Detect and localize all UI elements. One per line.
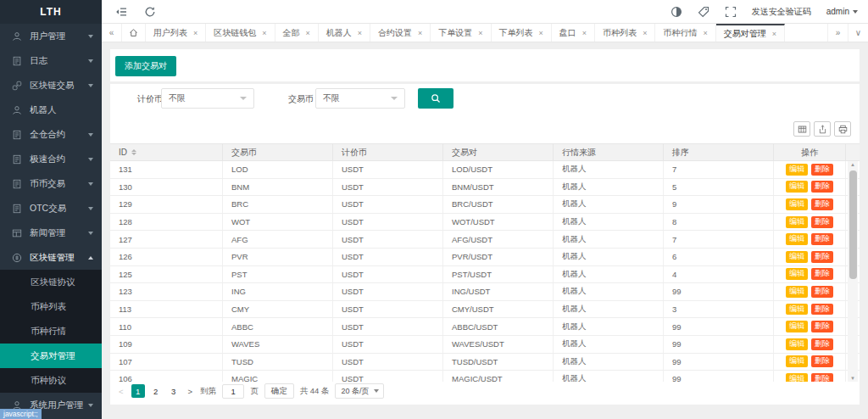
delete-button[interactable]: 删除 bbox=[811, 286, 833, 298]
tab-contract-settings[interactable]: 合约设置× bbox=[370, 24, 431, 42]
tab-coin-quotes[interactable]: 币种行情× bbox=[655, 24, 715, 42]
cell-base: BRC bbox=[223, 196, 333, 213]
sidebar-item-logs[interactable]: 日志 bbox=[0, 48, 102, 73]
sidebar-item-otc-trade[interactable]: OTC交易 bbox=[0, 196, 102, 221]
edit-button[interactable]: 编辑 bbox=[786, 286, 808, 298]
tabs-scroll-left-icon[interactable]: « bbox=[102, 24, 122, 42]
tab-all[interactable]: 全部× bbox=[275, 24, 319, 42]
base-coin-select[interactable]: 不限 bbox=[315, 88, 405, 109]
prev-page-button[interactable]: < bbox=[117, 387, 125, 396]
print-button[interactable] bbox=[834, 121, 851, 137]
sort-icon[interactable] bbox=[131, 149, 136, 156]
send-security-code-button[interactable]: 发送安全验证码 bbox=[752, 6, 811, 18]
confirm-page-button[interactable]: 确定 bbox=[264, 383, 294, 399]
sidebar-item-fast-contract[interactable]: 极速合约 bbox=[0, 147, 102, 171]
sidebar-item-coin-protocol[interactable]: 币种协议 bbox=[0, 368, 102, 393]
tab-coin-list[interactable]: 币种列表× bbox=[595, 24, 655, 42]
tab-blockchain-wallet[interactable]: 区块链钱包× bbox=[206, 24, 275, 42]
tabs-scroll-right-icon[interactable]: » bbox=[827, 24, 848, 42]
scroll-up-icon[interactable]: ▲ bbox=[848, 162, 858, 167]
close-tab-icon[interactable]: × bbox=[262, 29, 266, 37]
sidebar-item-users[interactable]: 用户管理 bbox=[0, 24, 102, 48]
add-trading-pair-button[interactable]: 添加交易对 bbox=[115, 56, 176, 76]
sidebar-item-coin-list[interactable]: 币种列表 bbox=[0, 294, 102, 319]
edit-button[interactable]: 编辑 bbox=[786, 164, 808, 176]
tab-trading-pairs[interactable]: 交易对管理× bbox=[716, 24, 785, 42]
table-scrollbar[interactable]: ▲ ▼ bbox=[848, 161, 858, 382]
scrollbar-thumb[interactable] bbox=[849, 170, 857, 279]
filter-columns-button[interactable] bbox=[793, 121, 810, 137]
sidebar-item-blockchain-protocol[interactable]: 区块链协议 bbox=[0, 270, 102, 294]
sidebar-item-blockchain-manage[interactable]: 区块链管理 bbox=[0, 245, 102, 270]
sidebar-item-trading-pairs[interactable]: 交易对管理 bbox=[0, 344, 102, 368]
edit-button[interactable]: 编辑 bbox=[786, 181, 808, 193]
close-tab-icon[interactable]: × bbox=[478, 29, 482, 37]
tab-depth[interactable]: 盘口× bbox=[552, 24, 595, 42]
page-button-3[interactable]: 3 bbox=[167, 384, 181, 398]
close-tab-icon[interactable]: × bbox=[582, 29, 587, 37]
delete-button[interactable]: 删除 bbox=[811, 181, 833, 193]
delete-button[interactable]: 删除 bbox=[811, 233, 833, 245]
delete-button[interactable]: 删除 bbox=[811, 373, 833, 382]
theme-icon[interactable] bbox=[670, 6, 682, 18]
delete-button[interactable]: 删除 bbox=[811, 338, 833, 350]
page-button-1[interactable]: 1 bbox=[131, 384, 145, 398]
delete-button[interactable]: 删除 bbox=[811, 216, 833, 228]
delete-button[interactable]: 删除 bbox=[811, 321, 833, 332]
close-tab-icon[interactable]: × bbox=[418, 29, 422, 37]
close-tab-icon[interactable]: × bbox=[539, 29, 543, 37]
fullscreen-icon[interactable] bbox=[725, 6, 737, 18]
delete-button[interactable]: 删除 bbox=[811, 198, 833, 210]
page-button-2[interactable]: 2 bbox=[149, 384, 163, 398]
tab-order-settings[interactable]: 下单设置× bbox=[431, 24, 491, 42]
collapse-sidebar-icon[interactable] bbox=[115, 6, 127, 18]
edit-button[interactable]: 编辑 bbox=[786, 268, 808, 280]
refresh-icon[interactable] bbox=[144, 6, 156, 18]
user-menu[interactable]: admin bbox=[826, 7, 858, 16]
scroll-down-icon[interactable]: ▼ bbox=[848, 376, 858, 381]
delete-button[interactable]: 删除 bbox=[811, 355, 833, 367]
delete-button[interactable]: 删除 bbox=[811, 304, 833, 316]
sidebar-item-coin-trade[interactable]: 币币交易 bbox=[0, 171, 102, 196]
sidebar-item-coin-quotes[interactable]: 币种行情 bbox=[0, 319, 102, 344]
close-tab-icon[interactable]: × bbox=[306, 29, 310, 37]
sidebar-item-robot[interactable]: 机器人 bbox=[0, 98, 102, 122]
delete-button[interactable]: 删除 bbox=[811, 164, 833, 176]
quote-coin-select[interactable]: 不限 bbox=[161, 88, 254, 109]
close-tab-icon[interactable]: × bbox=[193, 29, 198, 37]
edit-button[interactable]: 编辑 bbox=[786, 198, 808, 210]
tab-order-list[interactable]: 下单列表× bbox=[492, 24, 552, 42]
sidebar-item-news[interactable]: 新闻管理 bbox=[0, 221, 102, 245]
edit-button[interactable]: 编辑 bbox=[786, 304, 808, 316]
export-button[interactable] bbox=[814, 121, 831, 137]
cell-quote: USDT bbox=[333, 354, 443, 371]
sort-desc-icon[interactable] bbox=[131, 153, 136, 155]
edit-button[interactable]: 编辑 bbox=[786, 373, 808, 382]
per-page-select[interactable]: 20 条/页 bbox=[335, 383, 383, 399]
tag-icon[interactable] bbox=[698, 6, 709, 18]
home-tab[interactable] bbox=[122, 24, 146, 42]
close-tab-icon[interactable]: × bbox=[643, 29, 647, 37]
delete-button[interactable]: 删除 bbox=[811, 251, 833, 263]
next-page-button[interactable]: > bbox=[186, 387, 195, 396]
edit-button[interactable]: 编辑 bbox=[786, 251, 808, 263]
edit-button[interactable]: 编辑 bbox=[786, 216, 808, 228]
close-tab-icon[interactable]: × bbox=[772, 30, 776, 38]
sidebar-item-full-contract[interactable]: 全仓合约 bbox=[0, 122, 102, 147]
delete-button[interactable]: 删除 bbox=[811, 268, 833, 280]
sidebar-item-blockchain-trade[interactable]: 区块链交易 bbox=[0, 73, 102, 98]
edit-button[interactable]: 编辑 bbox=[786, 233, 808, 245]
tab-user-list[interactable]: 用户列表× bbox=[146, 24, 206, 42]
chevron-down-icon bbox=[88, 133, 93, 137]
edit-button[interactable]: 编辑 bbox=[786, 321, 808, 332]
close-tab-icon[interactable]: × bbox=[358, 29, 362, 37]
goto-page-input[interactable] bbox=[222, 384, 244, 399]
search-button[interactable] bbox=[418, 88, 453, 109]
tab-robot[interactable]: 机器人× bbox=[319, 24, 370, 42]
doc-icon bbox=[12, 154, 22, 165]
tabs-menu-icon[interactable]: ∨ bbox=[848, 24, 868, 42]
close-tab-icon[interactable]: × bbox=[703, 29, 707, 37]
sort-asc-icon[interactable] bbox=[131, 149, 136, 152]
edit-button[interactable]: 编辑 bbox=[786, 355, 808, 367]
edit-button[interactable]: 编辑 bbox=[786, 338, 808, 350]
